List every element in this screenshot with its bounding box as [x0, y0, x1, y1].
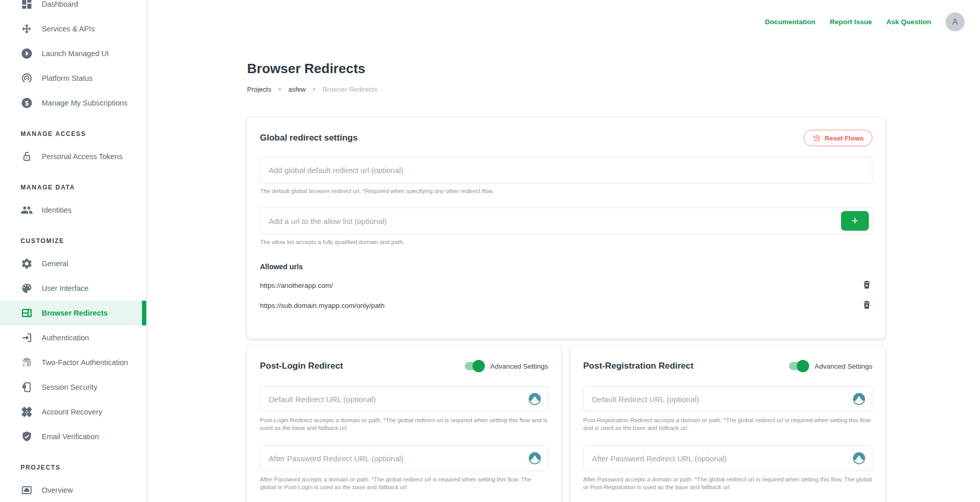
sidebar-item-label: General — [42, 259, 68, 268]
documentation-link[interactable]: Documentation — [765, 18, 815, 26]
sidebar-item-dashboard[interactable]: Dashboard — [0, 0, 146, 16]
login-icon — [21, 332, 33, 344]
sidebar-item-label: Platform Status — [42, 74, 93, 82]
sidebar-item-user-interface[interactable]: User Interface — [0, 276, 146, 301]
sidebar-item-browser-redirects[interactable]: Browser Redirects — [0, 301, 146, 325]
dashboard-icon — [21, 0, 33, 10]
sidebar-item-email-verification[interactable]: Email Verification — [0, 424, 146, 449]
sidebar: Dashboard Services & APIs Launch Managed… — [0, 0, 147, 502]
sidebar-item-services-apis[interactable]: Services & APIs — [0, 16, 146, 41]
sidebar-item-label: Identities — [42, 206, 72, 214]
sidebar-item-label: Manage My Subscriptions — [42, 99, 128, 107]
post-login-redirect-card: Post-Login Redirect Advanced Settings Po… — [247, 346, 561, 502]
avatar[interactable]: A — [946, 12, 965, 31]
sidebar-item-label: Dashboard — [42, 0, 78, 8]
sidebar-item-account-recovery[interactable]: Account Recovery — [0, 400, 146, 424]
sidebar-section-customize: CUSTOMIZE — [0, 222, 146, 251]
breadcrumb-project-name[interactable]: asfew — [288, 85, 306, 93]
toggle-knob — [797, 360, 809, 372]
sidebar-item-label: Personal Access Tokens — [42, 152, 122, 161]
breadcrumb-separator — [313, 88, 316, 91]
sidebar-item-launch-managed-ui[interactable]: Launch Managed UI — [0, 41, 146, 66]
sidebar-item-personal-access-tokens[interactable]: Personal Access Tokens — [0, 144, 146, 169]
breadcrumb-projects[interactable]: Projects — [247, 85, 271, 93]
main-area: Documentation Report Issue Ask Question … — [147, 0, 980, 502]
history-icon — [812, 134, 821, 143]
sidebar-section-manage-access: MANAGE ACCESS — [0, 115, 146, 144]
sidebar-item-label: Browser Redirects — [42, 309, 108, 317]
report-issue-link[interactable]: Report Issue — [830, 18, 872, 26]
post-login-default-url-input[interactable] — [260, 386, 548, 412]
plus-icon: + — [852, 214, 859, 228]
play-circle-icon — [21, 47, 33, 60]
sidebar-item-label: Email Verification — [42, 432, 99, 441]
add-allow-url-button[interactable]: + — [841, 211, 869, 231]
sidebar-nav: Dashboard Services & APIs Launch Managed… — [0, 0, 146, 502]
allowed-url-row: https://anotherapp.com/ — [260, 280, 872, 291]
services-apis-icon — [21, 23, 33, 35]
post-login-after-help: After Password accepts a domain or path.… — [260, 476, 548, 491]
cloud-box-icon — [21, 484, 33, 496]
post-registration-title: Post-Registration Redirect — [583, 361, 693, 371]
sidebar-item-label: User Interface — [42, 284, 89, 292]
healing-icon — [21, 406, 33, 418]
reset-flows-label: Reset Flows — [825, 134, 864, 142]
sidebar-item-label: Two-Factor Authentication — [42, 358, 128, 367]
page-title: Browser Redirects — [247, 61, 365, 77]
sidebar-item-general[interactable]: General — [0, 251, 146, 276]
url-variable-picker-button[interactable] — [528, 452, 541, 465]
reset-flows-button[interactable]: Reset Flows — [803, 130, 872, 146]
fingerprint-icon — [21, 356, 33, 369]
post-login-title: Post-Login Redirect — [260, 361, 343, 371]
sidebar-item-label: Services & APIs — [42, 25, 95, 33]
top-bar: Documentation Report Issue Ask Question … — [765, 12, 965, 31]
ask-question-link[interactable]: Ask Question — [886, 18, 931, 26]
allow-list-help: The allow list accepts a fully qualified… — [260, 238, 872, 246]
sidebar-item-authentication[interactable]: Authentication — [0, 325, 146, 350]
allow-list-url-input[interactable] — [260, 207, 872, 234]
breadcrumb-current: Browser Redirects — [323, 85, 377, 93]
url-variable-picker-button[interactable] — [852, 392, 866, 406]
allowed-urls-title: Allowed urls — [260, 263, 872, 271]
global-default-redirect-url-input[interactable] — [260, 157, 872, 183]
sidebar-item-manage-my-subscriptions[interactable]: $ Manage My Subscriptions — [0, 91, 146, 115]
sidebar-item-platform-status[interactable]: Platform Status — [0, 66, 146, 91]
sidebar-item-label: Authentication — [42, 334, 89, 342]
sidebar-item-label: Launch Managed UI — [42, 49, 109, 58]
post-login-advanced-toggle[interactable] — [465, 362, 483, 370]
sidebar-item-overview[interactable]: Overview — [0, 478, 146, 502]
global-default-redirect-help: The default global browser redirect url.… — [260, 187, 872, 195]
global-card-title: Global redirect settings — [260, 133, 358, 143]
allowed-url-row: https://sub.domain.myapp.com/only/path — [260, 300, 872, 311]
post-registration-toggle-label: Advanced Settings — [814, 362, 872, 370]
sidebar-item-two-factor-authentication[interactable]: Two-Factor Authentication — [0, 350, 146, 375]
post-login-after-password-url-input[interactable] — [260, 445, 548, 471]
delete-url-button[interactable] — [861, 300, 872, 311]
allowed-url-text: https://anotherapp.com/ — [260, 282, 333, 289]
post-registration-redirect-card: Post-Registration Redirect Advanced Sett… — [570, 346, 885, 502]
url-variable-picker-button[interactable] — [528, 392, 541, 406]
platform-status-icon — [21, 72, 33, 84]
sidebar-item-identities[interactable]: Identities — [0, 198, 146, 222]
url-variable-picker-button[interactable] — [852, 452, 866, 465]
dollar-circle-icon: $ — [21, 97, 33, 109]
lock-open-icon — [21, 150, 33, 163]
breadcrumb: Projects asfew Browser Redirects — [247, 85, 377, 93]
svg-text:$: $ — [25, 99, 29, 107]
post-login-default-help: Post-Login Redirect accepts a domain or … — [260, 417, 548, 432]
gear-icon — [21, 257, 33, 270]
browser-redirects-icon — [21, 307, 33, 319]
shield-check-icon — [21, 430, 33, 443]
sidebar-item-session-security[interactable]: Session Security — [0, 375, 146, 400]
post-registration-advanced-toggle[interactable] — [789, 362, 808, 370]
delete-url-button[interactable] — [861, 280, 872, 291]
post-registration-default-help: Post-Registration Redirect accepts a dom… — [583, 417, 872, 432]
post-registration-default-url-input[interactable] — [583, 386, 872, 412]
sidebar-item-label: Account Recovery — [42, 408, 102, 416]
post-registration-after-password-url-input[interactable] — [583, 445, 872, 471]
palette-icon — [21, 282, 33, 295]
allowed-url-text: https://sub.domain.myapp.com/only/path — [260, 302, 384, 309]
toggle-knob — [472, 360, 485, 372]
sidebar-section-projects: PROJECTS — [0, 449, 146, 478]
sidebar-item-label: Overview — [42, 486, 73, 494]
